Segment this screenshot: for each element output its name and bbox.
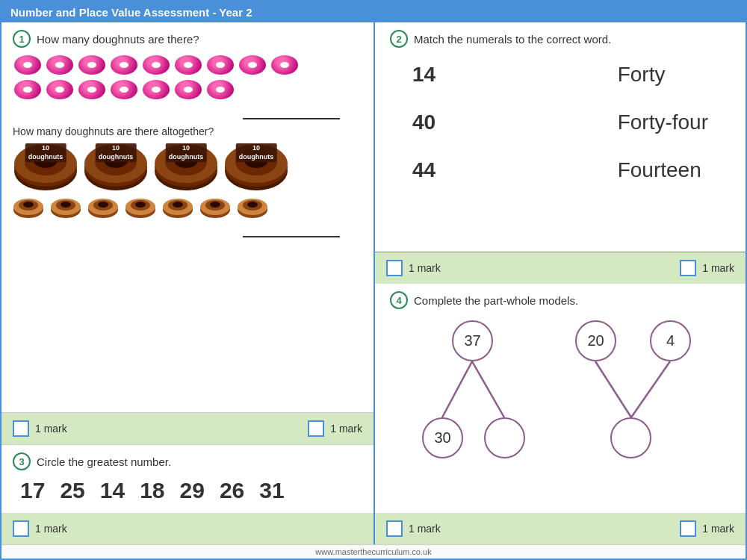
small-donut-6 bbox=[199, 195, 231, 219]
big-donut-4: 10 doughnuts bbox=[223, 141, 289, 192]
q2-mark-row: 1 mark 1 mark bbox=[375, 252, 746, 284]
q2-mark-right: 1 mark bbox=[680, 260, 734, 276]
pwm1-bottom-left-value: 30 bbox=[434, 429, 450, 447]
question-3-area: 3 Circle the greatest number. 17 25 14 1… bbox=[1, 444, 374, 507]
pink-donut bbox=[175, 80, 202, 99]
footer: www.masterthecurriculum.co.uk bbox=[1, 544, 746, 559]
match-num-44: 44 bbox=[412, 158, 436, 182]
big-donut-2-sublabel: doughnuts bbox=[99, 153, 134, 161]
q3-num-14[interactable]: 14 bbox=[100, 478, 125, 503]
title-bar: Number and Place Value Assessment - Year… bbox=[1, 1, 746, 22]
small-donut-3 bbox=[87, 195, 119, 219]
q3-instruction: Circle the greatest number. bbox=[37, 455, 171, 468]
q3-numbers-row: 17 25 14 18 29 26 31 bbox=[13, 478, 362, 503]
pink-donut bbox=[111, 80, 137, 99]
pink-donut bbox=[111, 55, 137, 75]
question-1-area: 1 How many doughnuts are there? bbox=[1, 22, 374, 413]
svg-line-51 bbox=[631, 361, 670, 417]
big-donut-3-sublabel: doughnuts bbox=[169, 153, 204, 161]
svg-point-35 bbox=[135, 202, 146, 208]
pwm2-bottom-circle[interactable] bbox=[610, 417, 651, 458]
match-word-fortyfour: Forty-four bbox=[618, 111, 708, 134]
pwm-2: 20 4 bbox=[560, 320, 710, 462]
svg-line-50 bbox=[595, 361, 631, 417]
q1-mark-right-label: 1 mark bbox=[330, 423, 362, 435]
q2-number: 2 bbox=[390, 30, 408, 48]
q2-mark-right-label: 1 mark bbox=[702, 262, 734, 274]
pink-donut bbox=[143, 80, 170, 99]
svg-line-48 bbox=[442, 361, 472, 417]
match-num-40: 40 bbox=[412, 111, 436, 134]
match-word-fourteen: Fourteen bbox=[618, 158, 708, 182]
svg-point-23 bbox=[23, 202, 34, 208]
big-donut-4-label: 10 bbox=[252, 144, 260, 152]
q1-number: 1 bbox=[13, 30, 31, 48]
q1-mark-square-left bbox=[13, 420, 29, 437]
q1-mark-square-right bbox=[308, 420, 324, 437]
q4-mark-square-right bbox=[680, 520, 696, 537]
q3-num-25[interactable]: 25 bbox=[60, 478, 84, 503]
pink-donut bbox=[207, 80, 234, 99]
pink-donut bbox=[14, 55, 41, 75]
pink-donut bbox=[14, 80, 41, 99]
pink-donut bbox=[78, 55, 105, 75]
svg-line-49 bbox=[472, 361, 504, 417]
match-right-col: Forty Forty-four Fourteen bbox=[618, 63, 708, 182]
q3-num-17[interactable]: 17 bbox=[20, 478, 45, 503]
svg-point-31 bbox=[98, 202, 108, 208]
title-text: Number and Place Value Assessment - Year… bbox=[10, 6, 252, 19]
q4-mark-row: 1 mark 1 mark bbox=[375, 513, 746, 544]
q4-instruction: Complete the part-whole models. bbox=[414, 294, 578, 307]
svg-point-47 bbox=[247, 202, 258, 208]
svg-point-27 bbox=[61, 202, 71, 208]
match-left-col: 14 40 44 bbox=[412, 63, 436, 182]
big-donut-2: 10 doughnuts bbox=[83, 141, 149, 192]
q4-mark-square-left bbox=[386, 520, 403, 537]
q1-mark-right: 1 mark bbox=[308, 420, 362, 437]
small-donut-5 bbox=[162, 195, 193, 219]
big-donut-row: 10 doughnuts bbox=[13, 141, 362, 192]
q4-mark-left: 1 mark bbox=[386, 520, 441, 537]
pink-donut bbox=[239, 55, 266, 75]
q1-text: How many doughnuts are there? bbox=[37, 33, 199, 46]
big-donut-1: 10 doughnuts bbox=[13, 141, 78, 192]
footer-text: www.masterthecurriculum.co.uk bbox=[315, 547, 431, 556]
q4-mark-right: 1 mark bbox=[680, 520, 734, 537]
big-donut-3: 10 doughnuts bbox=[153, 141, 219, 192]
question-4-area: 4 Complete the part-whole models. 37 bbox=[375, 284, 746, 513]
q1-mark-left-label: 1 mark bbox=[35, 423, 67, 435]
q3-num-29[interactable]: 29 bbox=[180, 478, 205, 503]
q1-answer-line2 bbox=[243, 223, 340, 237]
pink-donut bbox=[143, 55, 170, 75]
big-donut-3-label: 10 bbox=[182, 144, 190, 152]
small-donut-row bbox=[13, 195, 362, 219]
q3-number: 3 bbox=[13, 452, 31, 470]
small-donut-4 bbox=[125, 195, 156, 219]
pink-donut bbox=[46, 55, 73, 75]
match-container: 14 40 44 Forty Forty-four Fourteen bbox=[390, 63, 731, 182]
pwm1-bottom-right-circle[interactable] bbox=[484, 417, 525, 458]
big-donut-2-label: 10 bbox=[112, 144, 120, 152]
q1-mark-row: 1 mark 1 mark bbox=[1, 413, 374, 444]
q3-num-18[interactable]: 18 bbox=[140, 478, 164, 503]
small-donut-7 bbox=[237, 195, 268, 219]
pink-donut bbox=[207, 55, 234, 75]
q3-mark-row: 1 mark bbox=[1, 513, 374, 544]
question-2-area: 2 Match the numerals to the correct word… bbox=[375, 22, 746, 252]
q1-text2: How many doughnuts are there altogether? bbox=[13, 125, 362, 137]
q3-mark-square bbox=[13, 520, 29, 537]
q2-mark-left-label: 1 mark bbox=[409, 262, 441, 274]
small-donut-2 bbox=[50, 195, 81, 219]
q4-mark-right-label: 1 mark bbox=[702, 523, 734, 535]
pink-donut bbox=[271, 55, 298, 75]
q3-num-26[interactable]: 26 bbox=[220, 478, 244, 503]
q3-num-31[interactable]: 31 bbox=[259, 478, 284, 503]
q4-mark-left-label: 1 mark bbox=[409, 523, 441, 535]
q2-instruction: Match the numerals to the correct word. bbox=[414, 33, 611, 46]
q3-mark: 1 mark bbox=[13, 520, 67, 537]
pwm1-bottom-left-circle: 30 bbox=[422, 417, 463, 458]
pink-donut bbox=[175, 55, 202, 75]
small-donut-1 bbox=[13, 195, 44, 219]
big-donut-1-label: 10 bbox=[42, 144, 49, 152]
q4-number: 4 bbox=[390, 291, 408, 309]
